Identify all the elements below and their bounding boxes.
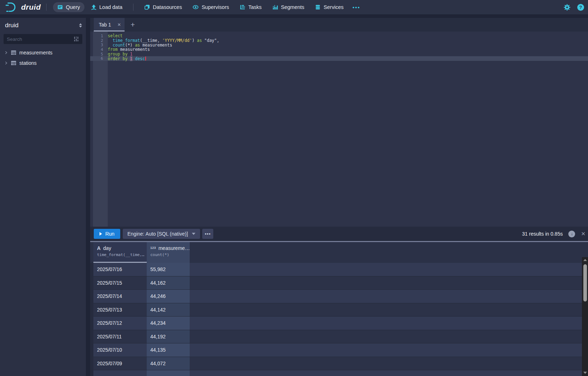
run-toolbar: Run Engine: Auto [SQL (native)] ••• 31 r… xyxy=(90,227,588,242)
cell-measurements[interactable]: 55,982 xyxy=(147,263,190,276)
nav-divider xyxy=(133,4,133,11)
line-number: 2 xyxy=(90,38,108,43)
nav-item-services[interactable]: Services xyxy=(311,2,348,12)
nav-item-segments[interactable]: Segments xyxy=(268,2,308,12)
text-cursor xyxy=(145,57,146,61)
nav-item-label: Load data xyxy=(99,4,123,10)
column-name: day xyxy=(103,245,111,251)
query-more-button[interactable]: ••• xyxy=(202,229,213,239)
cell-measurements[interactable]: 44,192 xyxy=(147,330,190,343)
code-line[interactable]: 4from measurements xyxy=(90,47,588,52)
tab-close-icon[interactable]: ✕ xyxy=(117,22,121,27)
table-row: 2025/07/1655,982 xyxy=(93,263,582,276)
top-navbar: druid Query Load data Datasources xyxy=(0,0,588,14)
cell-day[interactable]: 2025/07/16 xyxy=(93,263,147,276)
cell-day[interactable]: 2025/07/13 xyxy=(93,303,147,317)
nav-item-supervisors[interactable]: Supervisors xyxy=(188,2,233,12)
chevron-right-icon xyxy=(4,51,8,54)
add-tab-button[interactable]: + xyxy=(127,18,139,32)
cell-day[interactable]: 2025/07/10 xyxy=(93,343,147,357)
cell-measurements[interactable]: 44,162 xyxy=(147,276,190,290)
brand[interactable]: druid xyxy=(5,2,41,13)
code-text: order by 1 desc xyxy=(108,56,146,61)
search-box xyxy=(4,34,82,44)
nav-item-tasks[interactable]: Tasks xyxy=(235,2,266,12)
scrollbar-thumb[interactable] xyxy=(583,264,587,302)
table-row: 2025/07/1444,246 xyxy=(93,290,582,303)
search-input[interactable] xyxy=(7,37,73,42)
column-expression: time_format(__time,… xyxy=(97,252,147,257)
results-info: 31 results in 0.85s xyxy=(522,231,563,237)
table-row xyxy=(93,370,582,376)
nav-more-button[interactable]: ••• xyxy=(349,2,364,13)
cell-measurements[interactable]: 44,142 xyxy=(147,303,190,317)
cell-day[interactable]: 2025/07/11 xyxy=(93,330,147,343)
query-workbench: Tab 1 ✕ + 1select2 time_format(__time, '… xyxy=(90,18,588,376)
druid-console: druid Query Load data Datasources xyxy=(0,0,588,376)
cell-day[interactable]: 2025/07/14 xyxy=(93,290,147,303)
nav-item-load-data[interactable]: Load data xyxy=(87,2,127,12)
number-type-icon: 123 xyxy=(150,246,156,250)
column-header-day[interactable]: A day time_format(__time,… xyxy=(93,242,147,263)
chevron-right-icon xyxy=(4,61,8,65)
nav-item-label: Supervisors xyxy=(201,4,229,10)
help-icon[interactable]: ? xyxy=(577,4,584,11)
run-button[interactable]: Run xyxy=(94,229,120,239)
tree-item-label: measurements xyxy=(19,50,53,56)
nav-item-datasources[interactable]: Datasources xyxy=(140,2,186,12)
code-line[interactable]: 6order by 1 desc xyxy=(90,56,588,61)
query-icon xyxy=(57,4,63,10)
play-icon xyxy=(99,232,102,236)
scroll-down-icon[interactable] xyxy=(583,372,587,374)
cell-day[interactable]: 2025/07/15 xyxy=(93,276,147,290)
settings-gear-icon[interactable] xyxy=(564,4,570,11)
sort-toggle-icon[interactable] xyxy=(79,23,82,28)
sidebar-item-measurements[interactable]: measurements xyxy=(0,47,86,58)
navbar-bottom-border xyxy=(0,14,588,18)
tasks-icon xyxy=(240,4,246,10)
code-line[interactable]: 1select xyxy=(90,34,588,38)
line-number: 1 xyxy=(90,34,108,38)
code-line[interactable]: 2 time_format(__time, 'YYYY/MM/dd') as "… xyxy=(90,38,588,43)
close-results-icon[interactable]: ✕ xyxy=(581,231,585,237)
sql-editor[interactable]: 1select2 time_format(__time, 'YYYY/MM/dd… xyxy=(90,32,588,227)
cell-measurements[interactable]: 44,234 xyxy=(147,317,190,330)
cell-measurements[interactable]: 44,246 xyxy=(147,290,190,303)
nav-divider xyxy=(46,4,47,11)
download-results-icon[interactable]: ↓ xyxy=(568,231,575,237)
column-expression: count(*) xyxy=(150,252,190,257)
sidebar-resize-handle[interactable] xyxy=(86,18,90,376)
table-row: 2025/07/1544,162 xyxy=(93,276,582,290)
results-scrollbar[interactable] xyxy=(582,257,588,376)
results-rows: 2025/07/1655,9822025/07/1544,1622025/07/… xyxy=(90,263,588,376)
cell-day[interactable] xyxy=(93,370,147,376)
filter-sliders-icon[interactable] xyxy=(73,36,79,42)
engine-select-button[interactable]: Engine: Auto [SQL (native)] xyxy=(123,229,200,239)
nav-item-query[interactable]: Query xyxy=(53,2,84,12)
results-panel: A day time_format(__time,… 123 measureme… xyxy=(90,242,588,376)
results-header: A day time_format(__time,… 123 measureme… xyxy=(90,242,588,263)
line-number: 4 xyxy=(90,47,108,52)
cell-day[interactable]: 2025/07/09 xyxy=(93,357,147,370)
nav-item-label: Segments xyxy=(281,4,304,10)
cell-measurements[interactable]: 44,135 xyxy=(147,343,190,357)
wordmark: druid xyxy=(21,3,41,11)
table-row: 2025/07/0944,072 xyxy=(93,357,582,371)
code-line[interactable]: 3 count(*) as measurements xyxy=(90,43,588,47)
code-line[interactable]: 5group by 1 xyxy=(90,52,588,57)
cell-measurements[interactable]: 44,072 xyxy=(147,357,190,370)
cell-measurements[interactable] xyxy=(147,370,190,376)
tree-item-label: stations xyxy=(19,60,37,66)
scroll-up-icon[interactable] xyxy=(583,259,587,261)
nav-item-label: Query xyxy=(66,4,80,10)
datasources-icon xyxy=(144,4,150,10)
druid-logo-icon xyxy=(5,2,18,13)
sidebar-item-stations[interactable]: stations xyxy=(0,58,86,68)
nav-item-label: Datasources xyxy=(153,4,182,10)
tab-label: Tab 1 xyxy=(99,22,111,28)
string-type-icon: A xyxy=(97,245,101,251)
tab-tab1[interactable]: Tab 1 ✕ xyxy=(94,18,125,32)
column-header-measurements[interactable]: 123 measureme… count(*) xyxy=(147,242,190,263)
cell-day[interactable]: 2025/07/12 xyxy=(93,317,147,330)
table-row: 2025/07/1044,135 xyxy=(93,343,582,357)
